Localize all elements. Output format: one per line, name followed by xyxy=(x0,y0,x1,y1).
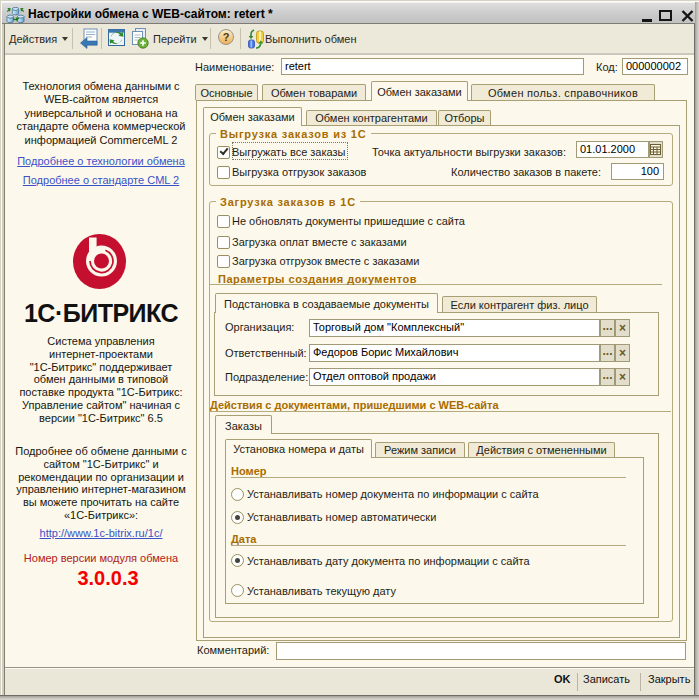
svg-text:?: ? xyxy=(223,31,230,43)
